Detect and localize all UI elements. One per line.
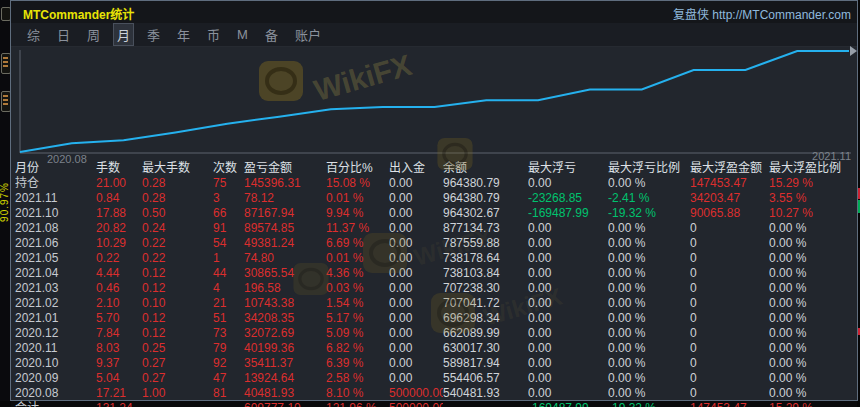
- table-cell: 0.00 %: [769, 356, 857, 371]
- menu-item-M[interactable]: M: [234, 26, 251, 43]
- wikifx-watermark: WikiFX: [259, 61, 413, 101]
- table-cell: 0.12: [142, 266, 213, 281]
- table-cell: 40481.93: [244, 386, 326, 401]
- table-cell: 0.00: [389, 236, 443, 251]
- menu-item-月[interactable]: 月: [114, 24, 133, 45]
- table-cell: 0: [690, 251, 769, 266]
- table-row[interactable]: 2020.095.040.274713924.642.58 %0.0055440…: [11, 371, 857, 386]
- table-cell: 0.00 %: [608, 311, 690, 326]
- table-cell: 0.00 %: [608, 251, 690, 266]
- table-row[interactable]: 2021.030.460.124196.580.03 %0.00707238.3…: [11, 281, 857, 296]
- table-row[interactable]: 2021.050.220.22174.800.01 %0.00738178.64…: [11, 251, 857, 266]
- menu-item-日[interactable]: 日: [54, 24, 73, 45]
- table-cell: 0.00 %: [608, 371, 690, 386]
- table-cell: 15.08 %: [326, 176, 389, 191]
- column-header[interactable]: 盈亏金额: [244, 161, 326, 176]
- table-cell: 1: [213, 251, 244, 266]
- table-header-row: 月份手数最大手数次数盈亏金额百分比%出入金余额最大浮亏最大浮亏比例最大浮盈金额最…: [11, 161, 857, 176]
- table-cell: 0.00: [389, 266, 443, 281]
- table-cell: 6.82 %: [326, 341, 389, 356]
- table-cell: 13924.64: [244, 371, 326, 386]
- table-cell: 4: [213, 281, 244, 296]
- table-cell: 0.00: [389, 281, 443, 296]
- column-header[interactable]: 最大手数: [142, 161, 213, 176]
- table-row[interactable]: 2020.109.370.279235411.376.39 %0.0058981…: [11, 356, 857, 371]
- table-cell: 0.00 %: [608, 296, 690, 311]
- table-cell: 89574.85: [244, 221, 326, 236]
- column-header[interactable]: 最大浮盈比例: [769, 161, 857, 176]
- table-cell: 554406.57: [443, 371, 528, 386]
- table-cell: 17.21: [96, 386, 142, 401]
- menu-item-备[interactable]: 备: [262, 24, 281, 45]
- table-cell: 0.00: [389, 251, 443, 266]
- menu-item-季[interactable]: 季: [144, 24, 163, 45]
- table-cell: 21.00: [96, 176, 142, 191]
- column-header[interactable]: 余额: [443, 161, 528, 176]
- column-header[interactable]: 最大浮亏比例: [608, 161, 690, 176]
- table-row[interactable]: 2021.044.440.124430865.544.36 %0.0073810…: [11, 266, 857, 281]
- table-cell: 32072.69: [244, 326, 326, 341]
- table-cell: 47: [213, 371, 244, 386]
- table-cell: 0.00: [389, 371, 443, 386]
- table-row[interactable]: 2021.0610.290.225449381.246.69 %0.007875…: [11, 236, 857, 251]
- table-cell: 54: [213, 236, 244, 251]
- menu-item-账户[interactable]: 账户: [292, 24, 324, 45]
- column-header[interactable]: 次数: [213, 161, 244, 176]
- table-row[interactable]: 2020.127.840.127332072.695.09 %0.0066208…: [11, 326, 857, 341]
- table-row[interactable]: 2020.118.030.257940199.366.82 %0.0063001…: [11, 341, 857, 356]
- table-row[interactable]: 2021.1017.880.506687167.949.94 %0.009643…: [11, 206, 857, 221]
- table-cell: 0.00: [389, 326, 443, 341]
- column-header[interactable]: 出入金: [389, 161, 443, 176]
- table-cell: 589817.94: [443, 356, 528, 371]
- monthly-stats-table: 月份手数最大手数次数盈亏金额百分比%出入金余额最大浮亏最大浮亏比例最大浮盈金额最…: [11, 161, 857, 407]
- table-cell: 0.01 %: [326, 191, 389, 206]
- column-header[interactable]: 手数: [96, 161, 142, 176]
- column-header[interactable]: 最大浮亏: [528, 161, 608, 176]
- menu-item-币[interactable]: 币: [204, 24, 223, 45]
- table-row[interactable]: 持仓21.000.2875145396.3115.08 %0.00964380.…: [11, 176, 857, 191]
- table-cell: 7.84: [96, 326, 142, 341]
- table-cell: 34208.35: [244, 311, 326, 326]
- table-cell: 0.00 %: [769, 221, 857, 236]
- table-row[interactable]: 2020.0817.211.008140481.938.10 %500000.0…: [11, 386, 857, 401]
- table-cell: 2021.10: [15, 206, 96, 221]
- table-cell: 持仓: [15, 176, 96, 191]
- menu-item-周[interactable]: 周: [84, 24, 103, 45]
- table-cell: 0.28: [142, 176, 213, 191]
- menu-item-年[interactable]: 年: [174, 24, 193, 45]
- table-cell: 2021.05: [15, 251, 96, 266]
- table-row[interactable]: 2021.022.100.102110743.381.54 %0.0070704…: [11, 296, 857, 311]
- table-cell: 2021.03: [15, 281, 96, 296]
- table-cell: 5.17 %: [326, 311, 389, 326]
- table-total-row[interactable]: 合计131.24609777.10121.96 %500000.00-16948…: [11, 401, 857, 407]
- table-row[interactable]: 2021.110.840.28378.120.01 %0.00964380.79…: [11, 191, 857, 206]
- table-cell: 0.00 %: [608, 221, 690, 236]
- column-header[interactable]: 百分比%: [326, 161, 389, 176]
- table-cell: 4.44: [96, 266, 142, 281]
- table-cell: 87167.94: [244, 206, 326, 221]
- column-header[interactable]: 月份: [15, 161, 96, 176]
- table-cell: 0.00 %: [769, 371, 857, 386]
- table-cell: 0.00: [528, 266, 608, 281]
- table-row[interactable]: 2021.015.700.125134208.355.17 %0.0069629…: [11, 311, 857, 326]
- table-cell: 0.01 %: [326, 251, 389, 266]
- table-cell: 51: [213, 311, 244, 326]
- table-cell: 0.00 %: [608, 281, 690, 296]
- table-cell: 196.58: [244, 281, 326, 296]
- table-cell: 0.03 %: [326, 281, 389, 296]
- brand-link[interactable]: 复盘侠 http://MTCommander.com: [673, 5, 851, 22]
- table-cell: 0.00: [389, 191, 443, 206]
- table-cell: 0.22: [142, 236, 213, 251]
- table-cell: 34203.47: [690, 191, 769, 206]
- table-cell: 0.25: [142, 341, 213, 356]
- table-cell: 0: [690, 266, 769, 281]
- menu-item-综[interactable]: 综: [24, 24, 43, 45]
- table-cell: 4.36 %: [326, 266, 389, 281]
- table-row[interactable]: 2021.0820.820.249189574.8511.37 %0.00877…: [11, 221, 857, 236]
- title-bar[interactable]: MTCommander统计 复盘侠 http://MTCommander.com: [11, 1, 857, 23]
- column-header[interactable]: 最大浮盈金额: [690, 161, 769, 176]
- table-cell: 0.10: [142, 296, 213, 311]
- window-title: MTCommander统计: [23, 5, 134, 22]
- table-cell: 121.96 %: [326, 401, 389, 407]
- table-cell: 2.58 %: [326, 371, 389, 386]
